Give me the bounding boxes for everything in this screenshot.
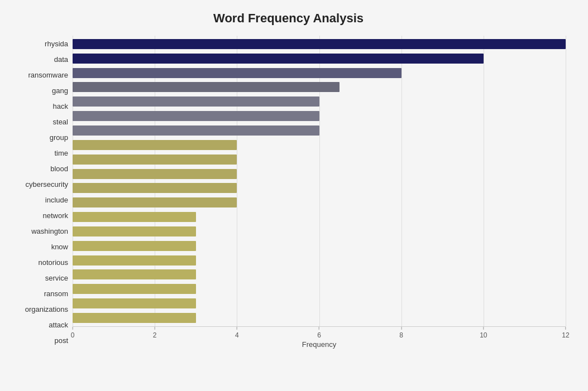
- y-labels: rhysidadataransomwareganghackstealgroupt…: [11, 36, 73, 349]
- bar-steal: [73, 111, 319, 121]
- x-tick-0: 0: [71, 327, 75, 339]
- bar-network: [73, 197, 237, 207]
- bar-row-group: [73, 124, 566, 137]
- y-label-blood: blood: [50, 165, 68, 172]
- y-label-washington: washington: [31, 228, 68, 235]
- x-tick-12: 12: [562, 327, 569, 339]
- x-tick-8: 8: [399, 327, 403, 339]
- x-tick-line-10: [483, 327, 484, 330]
- grid-line-12: [566, 36, 566, 326]
- y-label-gang: gang: [52, 87, 68, 94]
- y-label-include: include: [45, 196, 68, 204]
- x-axis: Frequency 024681012: [73, 326, 566, 349]
- bar-row-ransomware: [73, 67, 566, 79]
- bar-notorious: [73, 241, 196, 251]
- bar-attack: [73, 298, 196, 308]
- y-label-group: group: [50, 134, 68, 141]
- x-tick-label-4: 4: [235, 331, 239, 339]
- x-tick-10: 10: [480, 327, 487, 339]
- x-tick-label-10: 10: [480, 331, 487, 339]
- bar-include: [73, 183, 237, 193]
- x-tick-2: 2: [153, 327, 157, 339]
- y-label-data: data: [54, 56, 68, 63]
- y-label-time: time: [54, 149, 68, 157]
- bar-know: [73, 226, 196, 236]
- bars-wrapper: [73, 36, 566, 326]
- bar-service: [73, 255, 196, 266]
- bar-row-notorious: [73, 240, 566, 252]
- x-axis-title: Frequency: [302, 340, 336, 349]
- y-label-organizations: organizations: [25, 306, 68, 313]
- y-label-service: service: [45, 274, 68, 282]
- bar-row-washington: [73, 211, 566, 223]
- y-label-ransom: ransom: [44, 290, 68, 297]
- y-label-network: network: [42, 212, 68, 219]
- x-tick-label-0: 0: [71, 331, 75, 339]
- x-tick-line-8: [401, 327, 401, 330]
- bar-data: [73, 54, 484, 64]
- bar-group: [73, 125, 319, 136]
- bar-row-post: [73, 312, 566, 324]
- bar-ransomware: [73, 68, 401, 78]
- bar-row-attack: [73, 297, 566, 310]
- bar-row-data: [73, 52, 566, 65]
- bar-row-hack: [73, 95, 566, 108]
- bar-row-steal: [73, 110, 566, 122]
- bar-ransom: [73, 269, 196, 279]
- bar-gang: [73, 82, 340, 92]
- bars-and-x: Frequency 024681012: [73, 36, 566, 349]
- bar-row-know: [73, 225, 566, 238]
- bar-washington: [73, 212, 196, 222]
- x-tick-6: 6: [317, 327, 321, 339]
- bar-time: [73, 140, 237, 150]
- bar-blood: [73, 155, 237, 165]
- y-label-rhysida: rhysida: [45, 40, 68, 47]
- bar-row-service: [73, 254, 566, 267]
- bar-row-time: [73, 139, 566, 151]
- x-tick-line-0: [73, 327, 73, 330]
- bar-organizations: [73, 284, 196, 294]
- bar-post: [73, 313, 196, 323]
- chart-container: Word Frequency Analysis rhysidadataranso…: [0, 0, 588, 391]
- x-tick-label-8: 8: [399, 331, 403, 339]
- bar-row-network: [73, 196, 566, 209]
- x-tick-label-6: 6: [317, 331, 321, 339]
- bar-row-gang: [73, 81, 566, 93]
- y-label-ransomware: ransomware: [28, 71, 68, 79]
- bar-row-cybersecurity: [73, 168, 566, 180]
- bar-cybersecurity: [73, 169, 237, 179]
- bar-row-ransom: [73, 268, 566, 281]
- x-tick-label-2: 2: [153, 331, 157, 339]
- y-label-attack: attack: [49, 321, 68, 329]
- chart-area: rhysidadataransomwareganghackstealgroupt…: [11, 36, 566, 349]
- x-tick-line-2: [155, 327, 155, 330]
- bar-rhysida: [73, 39, 566, 49]
- y-label-cybersecurity: cybersecurity: [25, 181, 68, 188]
- bars-area: [73, 36, 566, 326]
- x-tick-line-6: [319, 327, 319, 330]
- bar-row-rhysida: [73, 38, 566, 50]
- chart-title: Word Frequency Analysis: [11, 11, 566, 26]
- bar-row-organizations: [73, 283, 566, 295]
- y-label-post: post: [54, 337, 68, 344]
- x-tick-4: 4: [235, 327, 239, 339]
- y-label-hack: hack: [53, 103, 68, 110]
- bar-row-include: [73, 182, 566, 194]
- y-label-know: know: [51, 243, 68, 250]
- bar-hack: [73, 96, 319, 107]
- bar-row-blood: [73, 153, 566, 166]
- y-label-steal: steal: [53, 118, 68, 125]
- x-tick-line-12: [565, 327, 566, 330]
- x-tick-label-12: 12: [562, 331, 569, 339]
- x-tick-line-4: [237, 327, 237, 330]
- y-label-notorious: notorious: [39, 259, 68, 266]
